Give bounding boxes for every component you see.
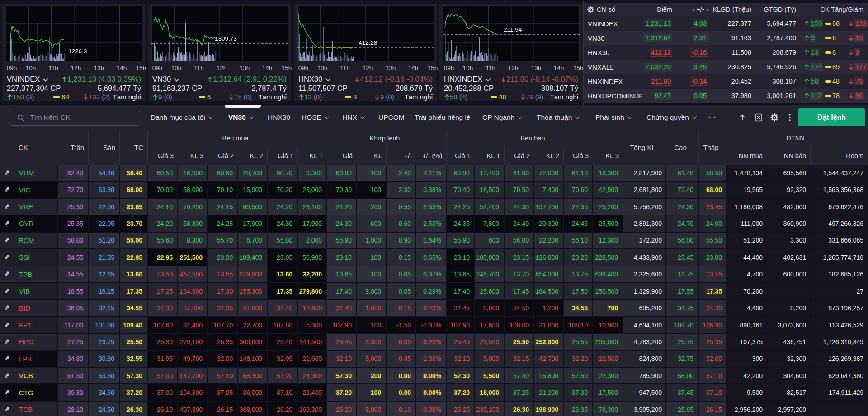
- svg-text:1226.3: 1226.3: [68, 48, 87, 55]
- svg-text:211.94: 211.94: [504, 26, 522, 33]
- svg-text:1309.73: 1309.73: [215, 35, 237, 42]
- svg-text:412.28: 412.28: [359, 39, 377, 46]
